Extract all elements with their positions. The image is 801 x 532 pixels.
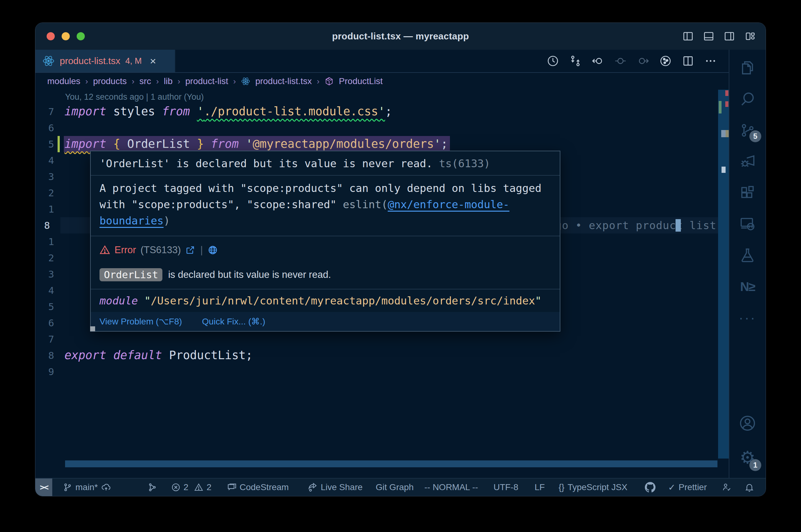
run-debug-icon[interactable] [729,146,766,177]
line-number: 8 [40,347,54,363]
prettier-status[interactable]: ✓ Prettier [668,482,707,493]
tab-bar: product-list.tsx 4, M × [35,50,729,73]
warning-count: 2 [206,482,212,492]
branch-status[interactable]: main* [63,482,111,492]
extensions-icon[interactable] [729,177,766,208]
testing-beaker-icon[interactable] [729,240,766,271]
codelens-blame[interactable]: You, 12 seconds ago | 1 author (You) [65,90,204,103]
breadcrumb-product-list[interactable]: product-list [185,76,228,86]
customize-layout-icon[interactable] [744,31,756,42]
toggle-sidebar-icon[interactable] [682,31,694,42]
token[interactable]: OrderList [120,137,197,151]
hover-resize-handle[interactable] [90,326,95,331]
token: module [99,294,138,307]
view-problem-link[interactable]: View Problem (⌥F8) [99,316,182,327]
hover-error-code: ts(6133) [432,157,490,170]
remote-explorer-icon[interactable] [729,208,766,240]
breadcrumb-symbol[interactable]: ProductList [339,76,383,86]
window-title: product-list.tsx — myreactapp [332,31,469,42]
error-hover-tooltip: 'OrderList' is declared but its value is… [90,151,560,331]
token: " [535,294,541,307]
tab-close-icon[interactable]: × [150,56,156,66]
hover-ts-message: 'OrderList' is declared but its value is… [91,151,560,175]
timeline-history-icon[interactable] [547,55,559,67]
vim-mode-status[interactable]: -- NORMAL -- [424,482,478,492]
eslint-rule-link[interactable]: @nx/enforce-module- [388,198,509,211]
gitlens-compare[interactable] [147,482,158,492]
token: from [211,137,239,151]
quick-fix-link[interactable]: Quick Fix... (⌘.) [202,316,265,327]
warning-triangle-icon [99,245,110,255]
status-bar: >< main* 2 2 CodeStream [35,478,766,496]
additional-views-icon[interactable]: ··· [729,302,766,334]
token [239,137,245,151]
toggle-panel-icon[interactable] [703,31,714,42]
line-number: 1 [40,233,54,250]
toggle-secondary-sidebar-icon[interactable] [724,31,735,42]
breadcrumb-file[interactable]: product-list.tsx [255,76,312,86]
minimize-window-button[interactable] [62,32,70,40]
encoding-status[interactable]: UTF-8 [493,482,518,492]
horizontal-scrollbar[interactable] [65,460,717,467]
github-status[interactable] [645,482,656,493]
breadcrumb-lib[interactable]: lib [164,76,173,86]
gitlens-graph-icon[interactable] [659,55,672,67]
ruler-added-mark [719,101,722,113]
overview-ruler[interactable] [718,90,729,459]
problems-status[interactable]: 2 2 [171,482,212,492]
chevron-right-icon: › [86,77,88,86]
breadcrumb-src[interactable]: src [140,76,151,86]
close-window-button[interactable] [47,32,55,40]
language-status[interactable]: {} TypeScript JSX [559,482,627,492]
ruler-error-mark [725,101,728,107]
eslint-rule-link[interactable]: boundaries [99,214,164,227]
hover-error-section: Error (TS6133) | OrderList is declared b… [91,236,560,289]
comment-bubble-icon [226,482,237,492]
language-label: TypeScript JSX [568,482,627,492]
notifications-bell[interactable] [744,482,754,492]
token: ; [385,105,392,118]
line-number: 7 [40,331,54,347]
error-label: Error [114,243,136,258]
hover-eslint-source: ) [164,214,170,227]
zoom-window-button[interactable] [77,32,85,40]
tab-product-list[interactable]: product-list.tsx 4, M × [35,50,176,72]
token: from [162,105,190,118]
explorer-icon[interactable] [729,52,766,83]
globe-icon[interactable] [208,245,218,255]
line-number: 5 [40,136,54,152]
token [106,137,113,151]
liveshare-status[interactable]: Live Share [308,482,363,492]
symbol-chip: OrderList [99,268,162,281]
open-external-icon[interactable] [185,245,195,255]
line-number: 4 [40,282,54,299]
account-icon[interactable] [729,406,766,440]
previous-change-icon[interactable] [592,55,604,67]
codestream-status[interactable]: CodeStream [226,482,289,492]
eol-status[interactable]: LF [534,482,545,492]
feedback-status[interactable] [722,482,732,492]
scrollbar-thumb[interactable] [721,130,726,137]
breadcrumb-products[interactable]: products [93,76,127,86]
next-change-icon[interactable] [637,55,649,67]
more-actions-icon[interactable] [704,55,717,67]
settings-gear-icon[interactable]: ⚙ 1 [729,440,766,475]
code-editor[interactable]: 7 6 5 4 3 2 1 8 1 2 3 4 5 6 7 8 9 You, 1… [35,90,729,478]
nx-console-icon[interactable]: N≥ [729,271,766,302]
bell-icon [744,482,754,492]
search-icon[interactable] [729,83,766,115]
encoding-label: UTF-8 [493,482,518,492]
remote-indicator[interactable]: >< [35,478,52,496]
source-control-icon[interactable]: 5 [729,115,766,146]
line-number: 1 [40,201,54,217]
react-file-icon [241,77,250,86]
chevron-right-icon: › [156,77,159,86]
chevron-right-icon: › [178,77,181,86]
compare-changes-icon[interactable] [569,55,582,67]
token: } [197,137,204,151]
error-count: 2 [184,482,189,492]
split-editor-icon[interactable] [682,55,694,67]
chevron-right-icon: › [233,77,236,86]
gitgraph-status[interactable]: Git Graph [376,482,414,492]
breadcrumb-modules[interactable]: modules [47,76,80,86]
